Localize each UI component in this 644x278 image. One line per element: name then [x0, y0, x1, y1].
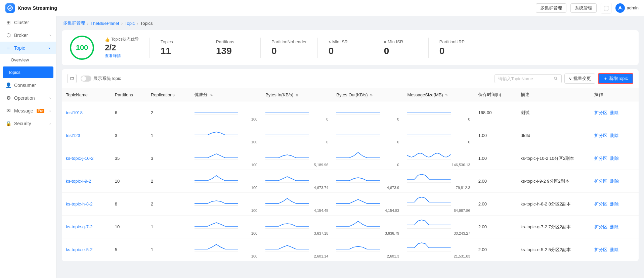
bytes-out-cell: 4,154.83 [332, 193, 403, 216]
health-detail-link[interactable]: 查看详情 [105, 53, 139, 59]
topic-name-cell[interactable]: ks-topic-j-10-2 [62, 147, 111, 170]
user-menu[interactable]: admin [615, 3, 639, 13]
sidebar-label-overview: Overview [11, 57, 29, 62]
col-msg-size: MessageSize(MB) ⇅ [403, 88, 474, 101]
sidebar-item-cluster[interactable]: ⊞ Cluster [0, 16, 56, 29]
health-cell: 100 [190, 147, 261, 170]
action-link-扩分区[interactable]: 扩分区 [594, 179, 607, 184]
stat-divider-2 [260, 38, 261, 58]
action-link-扩分区[interactable]: 扩分区 [594, 156, 607, 161]
stat-topics: Topics 11 [161, 39, 194, 56]
refresh-btn[interactable] [67, 74, 77, 83]
sidebar-item-topics[interactable]: Topics [3, 66, 53, 78]
replications-cell: 2 [147, 101, 190, 124]
col-actions: 操作 [590, 88, 639, 101]
partitions-cell: 3 [111, 124, 147, 147]
desc-cell: ks-topic-g-7-2 7分区2副本 [517, 216, 590, 238]
action-link-删除[interactable]: 删除 [610, 156, 619, 161]
topic-name-cell[interactable]: ks-topic-e-5-2 [62, 238, 111, 261]
action-link-扩分区[interactable]: 扩分区 [594, 224, 607, 229]
action-link-扩分区[interactable]: 扩分区 [594, 110, 607, 115]
breadcrumb-cluster[interactable]: TheBluePlanet [90, 21, 119, 26]
retention-cell: 2.00 [474, 170, 517, 193]
system-topic-toggle[interactable] [81, 76, 91, 82]
partitions-cell: 5 [111, 238, 147, 261]
bytes-in-cell: 0 [261, 101, 332, 124]
message-icon: ✉ [5, 108, 11, 114]
health-cell: 100 [190, 238, 261, 261]
action-link-扩分区[interactable]: 扩分区 [594, 133, 607, 138]
msg-size-cell: 0 [403, 101, 474, 124]
sidebar-item-topic[interactable]: ≡ Topic ∨ [0, 42, 56, 54]
stat-divider-5 [428, 38, 429, 58]
bytes-in-cell: 2,601.14 [261, 238, 332, 261]
topic-name-cell[interactable]: ks-topic-g-7-2 [62, 216, 111, 238]
replications-cell: 1 [147, 216, 190, 238]
health-emoji: 👍 [105, 37, 110, 42]
cluster-icon: ⊞ [5, 19, 11, 26]
breadcrumb-topic[interactable]: Topic [125, 21, 135, 26]
col-replications: Replications [147, 88, 190, 101]
action-cell: 扩分区删除 [590, 147, 639, 170]
health-info: 👍 Topics状态优异 2/2 查看详情 [105, 37, 139, 59]
desc-cell: dfdfd [517, 124, 590, 147]
msg-size-cell: 30,243.27 [403, 216, 474, 238]
action-link-删除[interactable]: 删除 [610, 179, 619, 184]
table-header-row: TopicName Partitions Replications 健康分 ⇅ … [62, 88, 639, 101]
bytes-in-cell: 0 [261, 124, 332, 147]
sidebar-label-operation: Operation [14, 95, 35, 101]
msg-size-cell: 79,812.3 [403, 170, 474, 193]
stat-divider-0 [149, 38, 150, 58]
plus-icon: ＋ [603, 76, 608, 82]
main-layout: ⊞ Cluster ⬡ Broker › ≡ Topic ∨ Overview … [0, 16, 644, 278]
sidebar-item-security[interactable]: 🔒 Security › [0, 117, 56, 130]
header-actions: 多集群管理 系统管理 admin [536, 3, 639, 13]
sidebar-item-operation[interactable]: ⚙ Operation › [0, 92, 56, 104]
table-toolbar: 展示系统Topic ∨ 批量变更 ＋ [62, 69, 639, 88]
pro-badge: Pro [37, 109, 45, 113]
action-link-删除[interactable]: 删除 [610, 247, 619, 252]
sidebar-item-broker[interactable]: ⬡ Broker › [0, 29, 56, 42]
search-wrap: ∨ 批量变更 ＋ 新增Topic [495, 73, 633, 84]
health-circle: 100 [70, 36, 94, 60]
sys-manage-btn[interactable]: 系统管理 [570, 3, 597, 13]
multi-cluster-btn[interactable]: 多集群管理 [536, 3, 566, 13]
stat-urp: PartitionURP 0 [439, 39, 473, 56]
col-topic-name: TopicName [62, 88, 111, 101]
logo-icon [5, 3, 15, 13]
replications-cell: 2 [147, 170, 190, 193]
topic-name-cell[interactable]: ks-topic-h-8-2 [62, 193, 111, 216]
sidebar-label-message: Message [14, 108, 33, 113]
topic-name-cell[interactable]: test1018 [62, 101, 111, 124]
batch-change-btn[interactable]: ∨ 批量变更 [564, 74, 595, 84]
security-chevron-icon: › [49, 122, 51, 126]
col-desc: 描述 [517, 88, 590, 101]
fullscreen-btn[interactable] [601, 3, 611, 13]
action-link-删除[interactable]: 删除 [610, 110, 619, 115]
breadcrumb-multicluster[interactable]: 多集群管理 [63, 20, 85, 26]
desc-cell: ks-topic-h-8-2 8分区2副本 [517, 193, 590, 216]
add-topic-btn[interactable]: ＋ 新增Topic [598, 73, 633, 84]
action-link-删除[interactable]: 删除 [610, 133, 619, 138]
retention-cell: 1.00 [474, 147, 517, 170]
table-row: ks-topic-g-7-21011003,637.183,636.7930,2… [62, 216, 639, 238]
health-cell: 100 [190, 193, 261, 216]
action-link-扩分区[interactable]: 扩分区 [594, 247, 607, 252]
sidebar-item-consumer[interactable]: 👤 Consumer [0, 79, 56, 92]
stat-divider-4 [373, 38, 373, 58]
health-cell: 100 [190, 170, 261, 193]
action-link-扩分区[interactable]: 扩分区 [594, 201, 607, 206]
topic-name-cell[interactable]: test123 [62, 124, 111, 147]
action-link-删除[interactable]: 删除 [610, 224, 619, 229]
sidebar-item-message[interactable]: ✉ Message Pro › [0, 104, 56, 117]
table-row: test123311000001.00dfdfd扩分区删除 [62, 124, 639, 147]
topic-name-cell[interactable]: ks-topic-i-9-2 [62, 170, 111, 193]
partitions-cell: 10 [111, 216, 147, 238]
desc-cell: ks-topic-i-9-2 9分区2副本 [517, 170, 590, 193]
sidebar-item-overview[interactable]: Overview [0, 54, 56, 66]
action-link-删除[interactable]: 删除 [610, 201, 619, 206]
broker-chevron-icon: › [49, 33, 51, 37]
col-bytes-out: Bytes Out(KB/s) ⇅ [332, 88, 403, 101]
search-input[interactable] [498, 76, 552, 81]
col-partitions: Partitions [111, 88, 147, 101]
